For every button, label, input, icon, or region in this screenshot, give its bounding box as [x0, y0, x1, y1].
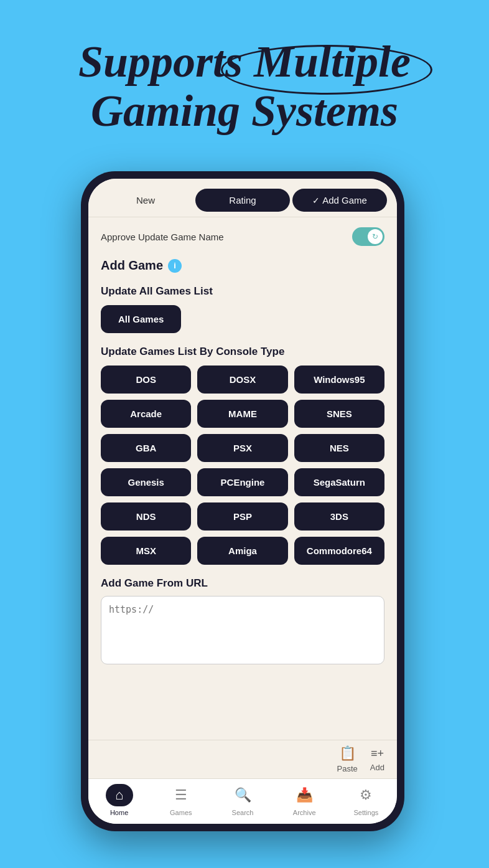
console-btn-commodore64[interactable]: Commodore64: [294, 537, 384, 565]
main-scroll-area: Approve Update Game Name ↻ Add Game i Up…: [88, 217, 397, 740]
settings-icon: ⚙: [352, 784, 380, 806]
checkmark-icon: ✓: [312, 196, 320, 205]
update-all-title: Update All Games List: [101, 285, 384, 298]
add-game-header: Add Game i: [101, 258, 384, 273]
console-btn-segasaturn[interactable]: SegaSaturn: [294, 468, 384, 496]
console-btn-3ds[interactable]: 3DS: [294, 502, 384, 531]
console-btn-arcade[interactable]: Arcade: [101, 400, 191, 428]
toggle-row: Approve Update Game Name ↻: [101, 227, 384, 246]
search-icon: 🔍: [229, 784, 256, 806]
nav-settings[interactable]: ⚙ Settings: [335, 784, 397, 816]
console-btn-genesis[interactable]: Genesis: [101, 468, 191, 496]
console-btn-windows95[interactable]: Windows95: [294, 366, 384, 394]
toggle-label: Approve Update Game Name: [101, 232, 224, 242]
tab-bar: New Rating ✓ Add Game: [88, 179, 397, 217]
nav-archive[interactable]: 📥 Archive: [274, 784, 335, 816]
tab-add-game[interactable]: ✓ Add Game: [292, 189, 387, 212]
tab-rating[interactable]: Rating: [195, 189, 290, 212]
console-btn-pcengine[interactable]: PCEngine: [197, 468, 287, 496]
nav-home[interactable]: ⌂ Home: [88, 784, 150, 816]
url-label: Add Game From URL: [101, 577, 384, 590]
nav-search[interactable]: 🔍 Search: [212, 784, 273, 816]
tab-new[interactable]: New: [98, 189, 193, 212]
games-label: Games: [170, 809, 192, 816]
update-by-console-title: Update Games List By Console Type: [101, 346, 384, 358]
console-btn-nes[interactable]: NES: [294, 434, 384, 462]
paste-button[interactable]: 📋 Paste: [337, 745, 358, 773]
console-btn-mame[interactable]: MAME: [197, 400, 287, 428]
archive-icon: 📥: [291, 784, 318, 806]
phone-screen: New Rating ✓ Add Game Approve Update Gam…: [88, 179, 397, 824]
console-btn-psp[interactable]: PSP: [197, 502, 287, 531]
search-label: Search: [232, 809, 254, 816]
console-btn-dosx[interactable]: DOSX: [197, 366, 287, 394]
games-icon: ☰: [167, 784, 195, 806]
console-btn-amiga[interactable]: Amiga: [197, 537, 287, 565]
console-btn-nds[interactable]: NDS: [101, 502, 191, 531]
add-icon: ≡+: [371, 747, 384, 760]
refresh-icon: ↻: [372, 232, 378, 241]
all-games-button[interactable]: All Games: [101, 305, 181, 333]
url-input[interactable]: [101, 596, 384, 664]
console-grid: DOS DOSX Windows95 Arcade MAME SNES GBA …: [101, 366, 384, 565]
bottom-nav: ⌂ Home ☰ Games 🔍 Search 📥 Archive ⚙ Sett…: [88, 778, 397, 824]
console-btn-snes[interactable]: SNES: [294, 400, 384, 428]
approve-toggle[interactable]: ↻: [352, 227, 384, 246]
settings-label: Settings: [354, 809, 379, 816]
add-button[interactable]: ≡+ Add: [370, 747, 384, 772]
hero-section: Supports Multiple Gaming Systems: [0, 37, 489, 136]
console-btn-gba[interactable]: GBA: [101, 434, 191, 462]
console-btn-psx[interactable]: PSX: [197, 434, 287, 462]
phone-mockup: New Rating ✓ Add Game Approve Update Gam…: [81, 171, 404, 831]
nav-games[interactable]: ☰ Games: [150, 784, 212, 816]
paste-icon: 📋: [339, 745, 356, 762]
add-game-title: Add Game: [101, 258, 163, 273]
info-icon[interactable]: i: [168, 259, 182, 273]
console-btn-msx[interactable]: MSX: [101, 537, 191, 565]
add-label: Add: [370, 763, 384, 772]
bottom-actions: 📋 Paste ≡+ Add: [88, 740, 397, 778]
archive-label: Archive: [293, 809, 316, 816]
toggle-thumb: ↻: [368, 229, 383, 244]
home-label: Home: [110, 809, 128, 816]
hero-title: Supports Multiple Gaming Systems: [0, 37, 489, 136]
home-icon: ⌂: [106, 784, 133, 806]
console-btn-dos[interactable]: DOS: [101, 366, 191, 394]
paste-label: Paste: [337, 764, 358, 773]
